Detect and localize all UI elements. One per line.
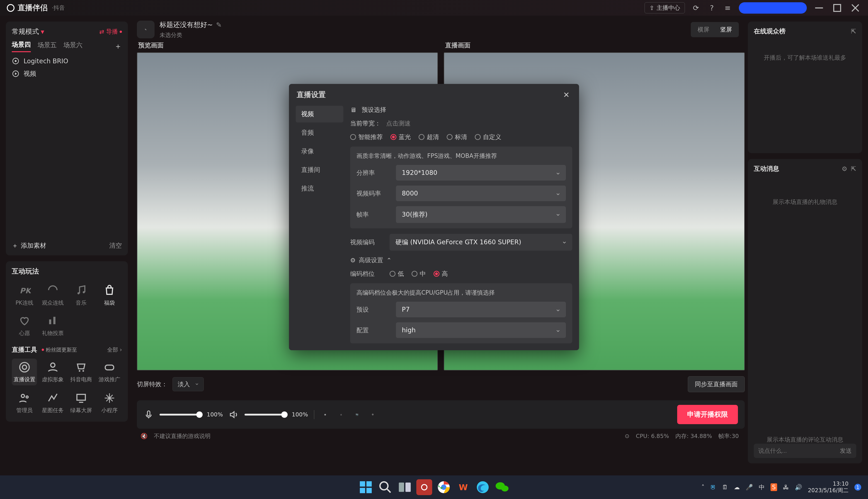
modal-nav-record[interactable]: 录像 [296,143,343,160]
enc-level-high[interactable]: 高 [433,270,448,278]
modal-title: 直播设置 [297,90,326,100]
enc-level-mid[interactable]: 中 [412,270,426,278]
quality-sd[interactable]: 标清 [447,133,467,141]
profile-label: 配置 [356,326,390,334]
resolution-label: 分辨率 [356,169,390,177]
enc-level-label: 编码档位 [350,270,384,278]
quality-hint: 画质非常清晰，动作游戏、FPS游戏、MOBA开播推荐 [356,152,566,160]
quality-custom[interactable]: 自定义 [475,133,501,141]
quality-hd[interactable]: 超清 [418,133,439,141]
bitrate-label: 视频码率 [356,190,390,197]
preset-section-label: 预设选择 [362,106,386,114]
quality-bluray[interactable]: 蓝光 [390,133,411,141]
modal-backdrop: 直播设置 ✕ 视频 音频 录像 直播间 推流 🖥预设选择 当前带宽： 点击测速 … [0,0,868,499]
modal-content: 🖥预设选择 当前带宽： 点击测速 智能推荐 蓝光 超清 标清 自定义 画质非常清… [350,106,572,343]
quality-smart[interactable]: 智能推荐 [350,133,383,141]
modal-nav-video[interactable]: 视频 [296,106,343,122]
modal-nav-room[interactable]: 直播间 [296,161,343,178]
preset-label: 预设 [356,305,390,314]
chevron-up-icon: ⌃ [387,257,392,264]
encoder-select[interactable]: 硬编 (NVIDIA GeForce GTX 1660 SUPER) [390,234,572,251]
resolution-select[interactable]: 1920*1080 [396,165,566,181]
monitor-icon: 🖥 [350,106,356,113]
bandwidth-test-link[interactable]: 点击测速 [386,119,411,127]
preset-select[interactable]: P7 [396,302,566,317]
enc-level-low[interactable]: 低 [390,270,404,278]
modal-nav-audio[interactable]: 音频 [296,124,343,141]
bandwidth-label: 当前带宽： [350,119,381,127]
fps-label: 帧率 [356,210,390,219]
enc-card: 高编码档位会极大的提高CPU/GPU占用，请谨慎选择 预设P7 配置high [350,283,572,343]
modal-nav: 视频 音频 录像 直播间 推流 [296,106,343,343]
bitrate-select[interactable]: 8000 [396,185,566,201]
profile-select[interactable]: high [396,322,566,338]
quality-card: 画质非常清晰，动作游戏、FPS游戏、MOBA开播推荐 分辨率1920*1080 … [350,147,572,228]
modal-nav-push[interactable]: 推流 [296,180,343,197]
fps-select[interactable]: 30(推荐) [396,206,566,223]
quality-radio-group: 智能推荐 蓝光 超清 标清 自定义 [350,133,572,141]
encoder-label: 视频编码 [350,238,384,246]
enc-hint: 高编码档位会极大的提高CPU/GPU占用，请谨慎选择 [356,289,566,297]
live-settings-modal: 直播设置 ✕ 视频 音频 录像 直播间 推流 🖥预设选择 当前带宽： 点击测速 … [289,84,579,350]
advanced-toggle[interactable]: ⚙高级设置⌃ [350,256,572,264]
modal-close-button[interactable]: ✕ [561,90,571,100]
